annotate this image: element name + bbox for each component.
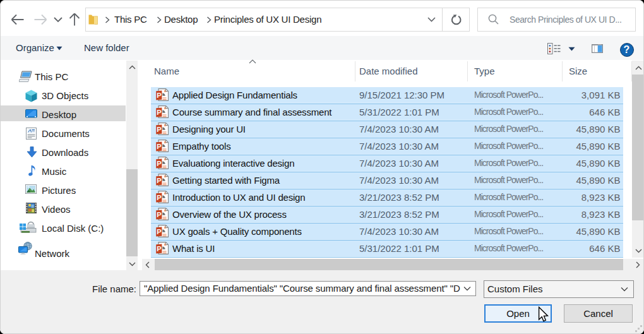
svg-text:P: P (157, 228, 161, 236)
svg-text:P: P (157, 245, 161, 253)
svg-text:P: P (157, 160, 161, 167)
svg-text:P: P (157, 177, 161, 184)
svg-text:P: P (157, 126, 161, 133)
svg-text:P: P (157, 211, 161, 218)
svg-text:P: P (157, 194, 161, 201)
svg-text:P: P (157, 143, 161, 150)
svg-text:P: P (157, 92, 161, 99)
svg-text:P: P (157, 109, 161, 116)
